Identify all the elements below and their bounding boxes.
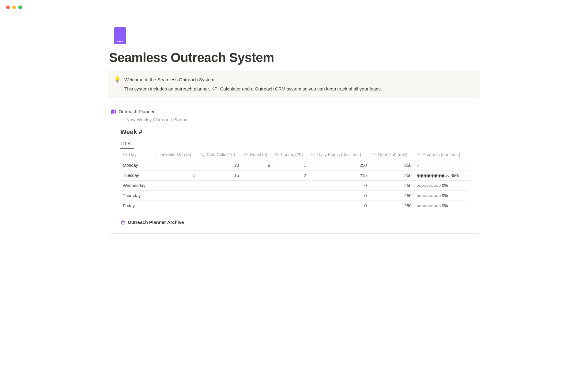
table-row[interactable]: Wednesday0250○○○○○○○○○○ 0% xyxy=(120,181,468,191)
points-cell[interactable]: 0 xyxy=(309,201,369,211)
tab-all-label: All xyxy=(128,141,133,146)
new-weekly-planner-button[interactable]: + New Weekly Outreach Planner xyxy=(122,117,468,122)
callout-line-2: This system includes an outreach planner… xyxy=(124,85,382,93)
new-planner-label: New Weekly Outreach Planner xyxy=(126,117,189,122)
archive-label: Outreach Planner Archive xyxy=(128,220,184,225)
svg-rect-0 xyxy=(122,142,126,145)
planner-table: Day Linkedin Msg (5) Cold Calls (10) Ema… xyxy=(120,149,468,211)
trophy-icon xyxy=(372,152,376,157)
table-row[interactable]: Tuesday5152215250◉◉◉◉◉◉◉◉○○ 86% xyxy=(120,171,468,181)
callout-line-1: Welcome to the Seamless Outreach System! xyxy=(124,76,382,83)
calls-cell[interactable] xyxy=(198,201,242,211)
goal-cell[interactable]: 250 xyxy=(369,201,414,211)
table-row[interactable]: Friday0250○○○○○○○○○○ 0% xyxy=(120,201,468,211)
col-looms[interactable]: Looms (20) xyxy=(273,149,309,160)
outreach-planner-panel: Outreach Planner + New Weekly Outreach P… xyxy=(108,103,480,234)
goal-cell[interactable]: 250 xyxy=(369,191,414,201)
looms-cell[interactable] xyxy=(273,201,309,211)
email-cell[interactable] xyxy=(242,191,273,201)
progress-cell[interactable]: ◉◉◉◉◉◉◉◉○○ 86% xyxy=(414,171,468,181)
table-icon xyxy=(122,141,126,146)
svg-rect-3 xyxy=(123,153,127,156)
maximize-window-button[interactable] xyxy=(18,6,22,9)
points-cell[interactable]: 0 xyxy=(309,181,369,191)
video-icon xyxy=(275,152,279,157)
col-goal[interactable]: Goal: 250 (edit) xyxy=(369,149,414,160)
progress-cell[interactable]: ○○○○○○○○○○ 0% xyxy=(414,181,468,191)
progress-cell[interactable]: ○○○○○○○○○○ 0% xyxy=(414,201,468,211)
calls-cell[interactable]: 15 xyxy=(198,171,242,181)
planner-title[interactable]: Outreach Planner xyxy=(119,109,155,114)
welcome-callout: 💡 Welcome to the Seamless Outreach Syste… xyxy=(108,71,480,98)
linkedin-cell[interactable] xyxy=(151,181,198,191)
goal-cell[interactable]: 250 xyxy=(369,171,414,181)
map-icon xyxy=(111,109,116,114)
goal-cell[interactable]: 250 xyxy=(369,160,414,171)
points-cell[interactable]: 250 xyxy=(309,160,369,171)
goal-cell[interactable]: 250 xyxy=(369,181,414,191)
calls-cell[interactable] xyxy=(198,191,242,201)
day-cell[interactable]: Friday xyxy=(120,201,151,211)
day-cell[interactable]: Tuesday xyxy=(120,171,151,181)
points-cell[interactable]: 0 xyxy=(309,191,369,201)
linkedin-cell[interactable] xyxy=(151,201,198,211)
day-cell[interactable]: Wednesday xyxy=(120,181,151,191)
col-calls[interactable]: Cold Calls (10) xyxy=(198,149,242,160)
close-window-button[interactable] xyxy=(6,6,10,9)
looms-cell[interactable] xyxy=(273,181,309,191)
col-email[interactable]: Email (5) xyxy=(242,149,273,160)
tab-all[interactable]: All xyxy=(120,139,134,149)
calls-cell[interactable] xyxy=(198,181,242,191)
email-cell[interactable] xyxy=(242,201,273,211)
plus-icon: + xyxy=(122,117,124,122)
looms-cell[interactable] xyxy=(273,191,309,201)
archive-link[interactable]: Outreach Planner Archive xyxy=(120,220,468,225)
linkedin-cell[interactable]: 5 xyxy=(151,171,198,181)
day-cell[interactable]: Monday xyxy=(120,160,151,171)
svg-rect-9 xyxy=(275,154,278,156)
checkbox-icon xyxy=(311,152,315,157)
calls-cell[interactable]: 20 xyxy=(198,160,242,171)
looms-cell[interactable]: 2 xyxy=(273,171,309,181)
archive-basket-icon xyxy=(120,220,125,225)
email-cell[interactable] xyxy=(242,171,273,181)
page-icon[interactable] xyxy=(114,27,126,44)
col-day[interactable]: Day xyxy=(120,149,151,160)
calendar-icon xyxy=(123,152,127,157)
linkedin-cell[interactable] xyxy=(151,160,198,171)
linkedin-cell[interactable] xyxy=(151,191,198,201)
mail-icon xyxy=(244,152,248,157)
col-progress[interactable]: Progress (dont edit) xyxy=(414,149,468,160)
phone-icon xyxy=(201,152,205,157)
briefcase-icon xyxy=(153,152,158,157)
week-section-title[interactable]: Week # xyxy=(120,128,468,136)
minimize-window-button[interactable] xyxy=(12,6,16,9)
day-cell[interactable]: Thursday xyxy=(120,191,151,201)
looms-cell[interactable]: 1 xyxy=(273,160,309,171)
points-cell[interactable]: 215 xyxy=(309,171,369,181)
col-linkedin[interactable]: Linkedin Msg (5) xyxy=(151,149,198,160)
svg-rect-7 xyxy=(154,154,157,156)
col-points[interactable]: Daily Points (don't edit) xyxy=(309,149,369,160)
progress-cell[interactable]: ✓ xyxy=(414,160,468,171)
page-title[interactable]: Seamless Outreach System xyxy=(109,50,480,65)
table-row[interactable]: Monday2061250250✓ xyxy=(120,160,468,171)
window-controls xyxy=(0,0,588,15)
flag-icon xyxy=(417,152,421,157)
svg-rect-8 xyxy=(244,153,248,156)
table-row[interactable]: Thursday0250○○○○○○○○○○ 0% xyxy=(120,191,468,201)
email-cell[interactable] xyxy=(242,181,273,191)
lightbulb-icon: 💡 xyxy=(114,76,121,93)
progress-cell[interactable]: ○○○○○○○○○○ 0% xyxy=(414,191,468,201)
email-cell[interactable]: 6 xyxy=(242,160,273,171)
